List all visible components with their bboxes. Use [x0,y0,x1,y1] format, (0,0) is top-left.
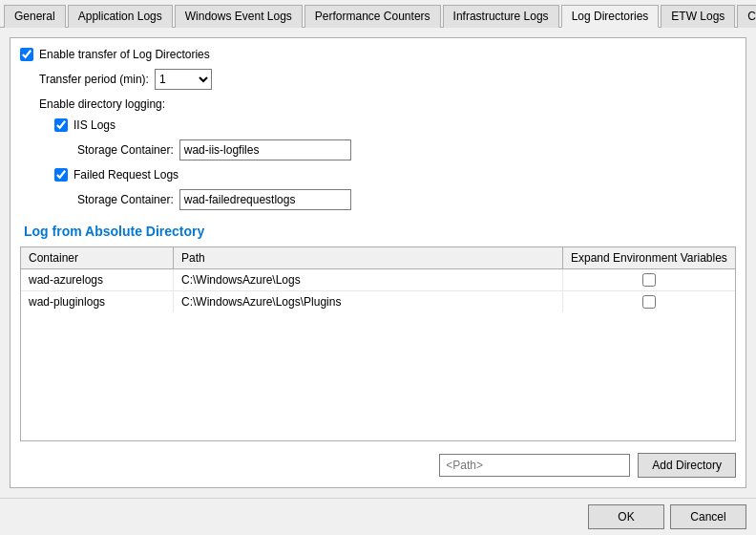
cell-expand-0 [563,269,735,290]
main-window: General Application Logs Windows Event L… [0,0,756,535]
failed-req-label: Failed Request Logs [74,168,178,182]
tab-infra-logs[interactable]: Infrastructure Logs [443,5,559,28]
section-title: Log from Absolute Directory [20,224,736,239]
tab-perf-counters[interactable]: Performance Counters [304,5,441,28]
tab-win-event-logs[interactable]: Windows Event Logs [175,5,303,28]
enable-transfer-checkbox[interactable] [20,48,33,61]
content-area: Enable transfer of Log Directories Trans… [0,28,756,498]
transfer-period-row: Transfer period (min): 1 5 10 30 [20,69,736,90]
iis-storage-row: Storage Container: [20,139,736,160]
tab-bar: General Application Logs Windows Event L… [0,0,756,28]
col-expand: Expand Environment Variables [563,247,735,268]
iis-logs-checkbox[interactable] [54,118,68,132]
tab-crash-dumps[interactable]: Crash Dumps [737,5,756,28]
cell-container-1: wad-pluginlogs [21,291,174,312]
transfer-period-label: Transfer period (min): [39,73,149,86]
ok-button[interactable]: OK [588,504,664,529]
iis-logs-row: IIS Logs [20,118,736,132]
iis-storage-input[interactable] [179,139,351,160]
enable-transfer-label: Enable transfer of Log Directories [39,48,210,61]
failed-req-storage-input[interactable] [179,189,351,210]
tab-general[interactable]: General [4,5,66,28]
cancel-button[interactable]: Cancel [670,504,746,529]
failed-req-storage-row: Storage Container: [20,189,736,210]
add-directory-button[interactable]: Add Directory [638,453,736,478]
failed-req-checkbox[interactable] [54,168,68,182]
cell-expand-1 [563,291,735,312]
main-panel: Enable transfer of Log Directories Trans… [10,37,746,488]
tab-log-dirs[interactable]: Log Directories [561,5,660,28]
tab-etw-logs[interactable]: ETW Logs [661,5,735,28]
enable-transfer-row: Enable transfer of Log Directories [20,48,736,61]
table-row: wad-pluginlogs C:\WindowsAzure\Logs\Plug… [21,291,735,312]
enable-dir-logging-label: Enable directory logging: [20,97,736,111]
dir-table: Container Path Expand Environment Variab… [20,246,736,441]
expand-checkbox-0[interactable] [642,273,656,287]
failed-req-row: Failed Request Logs [20,168,736,182]
transfer-period-select[interactable]: 1 5 10 30 [155,69,212,90]
path-input[interactable] [439,454,630,477]
cell-path-1: C:\WindowsAzure\Logs\Plugins [174,291,563,312]
cell-path-0: C:\WindowsAzure\Logs [174,269,563,290]
add-dir-section: Add Directory [20,449,736,478]
tab-app-logs[interactable]: Application Logs [68,5,173,28]
table-row: wad-azurelogs C:\WindowsAzure\Logs [21,269,735,291]
failed-req-storage-label: Storage Container: [77,193,174,206]
cell-container-0: wad-azurelogs [21,269,174,290]
iis-storage-label: Storage Container: [77,143,174,157]
table-header: Container Path Expand Environment Variab… [21,247,735,269]
iis-logs-label: IIS Logs [74,118,116,132]
col-container: Container [21,247,174,268]
footer: OK Cancel [0,498,756,535]
col-path: Path [174,247,563,268]
expand-checkbox-1[interactable] [642,295,656,309]
